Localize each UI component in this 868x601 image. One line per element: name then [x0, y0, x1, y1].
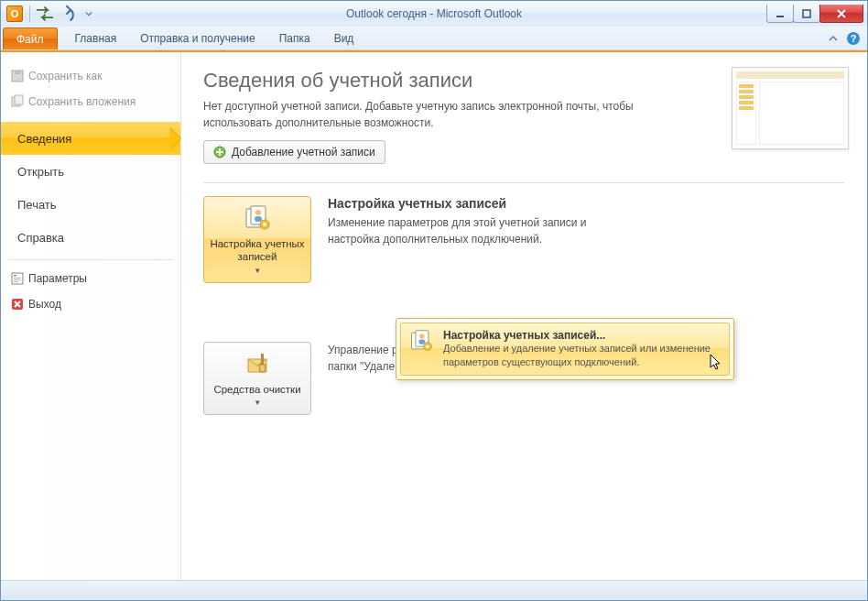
nav-label: Справка: [17, 231, 64, 245]
svg-rect-12: [14, 281, 18, 282]
ribbon-minimize-button[interactable]: [825, 30, 841, 47]
nav-print[interactable]: Печать: [1, 188, 180, 221]
attachments-icon: [10, 94, 25, 109]
ribbon: Файл Главная Отправка и получение Папка …: [1, 27, 867, 50]
chevron-down-icon: [85, 10, 92, 17]
svg-text:?: ?: [851, 33, 857, 44]
backstage-nav: Сохранить как Сохранить вложения Сведени…: [1, 52, 181, 580]
nav-open[interactable]: Открыть: [1, 155, 180, 188]
nav-label: Выход: [28, 298, 61, 311]
nav-help[interactable]: Справка: [1, 221, 180, 254]
plus-icon: [213, 146, 226, 158]
button-label: Добавление учетной записи: [232, 146, 375, 158]
close-icon: [836, 9, 847, 18]
section-title: Настройка учетных записей: [328, 196, 630, 211]
app-icon[interactable]: [5, 4, 25, 24]
backstage-page: Сведения об учетной записи Нет доступной…: [181, 52, 867, 580]
svg-rect-11: [14, 279, 21, 280]
divider: [203, 182, 845, 183]
dropdown-item-title: Настройка учетных записей...: [443, 329, 722, 342]
section-text: Настройка учетных записей Изменение пара…: [328, 196, 630, 283]
help-button[interactable]: ?: [845, 30, 862, 47]
undo-icon: [57, 4, 77, 24]
svg-point-26: [426, 345, 429, 348]
nav-label: Сохранить как: [28, 70, 102, 82]
svg-point-17: [255, 210, 261, 215]
close-button[interactable]: [819, 5, 863, 23]
chevron-down-icon: ▾: [255, 398, 260, 407]
titlebar: Outlook сегодня - Microsoft Outlook: [1, 1, 867, 27]
qat-undo-button[interactable]: [57, 4, 77, 24]
statusbar: [1, 580, 867, 600]
minimize-button[interactable]: [766, 5, 794, 23]
window-controls: [767, 5, 863, 23]
options-icon: [10, 271, 25, 286]
nav-label: Сведения: [17, 132, 71, 146]
account-settings-dropdown: Настройка учетных записей... Добавление …: [396, 318, 734, 380]
section-description: Изменение параметров для этой учетной за…: [328, 214, 630, 247]
nav-save-as: Сохранить как: [1, 63, 180, 89]
maximize-icon: [801, 9, 812, 18]
help-icon: ?: [846, 31, 861, 46]
dropdown-item-description: Добавление и удаление учетных записей ил…: [443, 342, 722, 369]
nav-save-attachments: Сохранить вложения: [1, 89, 180, 115]
nav-label: Открыть: [17, 165, 64, 179]
ribbon-tab-sendreceive[interactable]: Отправка и получение: [128, 27, 266, 49]
outlook-logo-icon: [6, 5, 23, 22]
svg-rect-5: [15, 71, 20, 74]
page-description: Нет доступной учетной записи. Добавьте у…: [203, 98, 634, 131]
svg-rect-7: [15, 95, 23, 104]
svg-point-23: [419, 333, 424, 338]
minimize-icon: [775, 9, 786, 18]
nav-label: Печать: [17, 198, 57, 212]
separator: [29, 5, 30, 22]
qat-send-receive-button[interactable]: [35, 4, 55, 24]
cleanup-tools-button[interactable]: Средства очистки ▾: [203, 342, 311, 415]
separator: [8, 259, 173, 260]
nav-exit[interactable]: Выход: [1, 291, 180, 317]
button-label: Настройка учетных записей: [210, 237, 305, 264]
svg-point-20: [263, 223, 266, 226]
save-as-icon: [10, 69, 25, 83]
file-tab[interactable]: Файл: [3, 27, 58, 49]
qat-customize-button[interactable]: [79, 4, 99, 24]
svg-rect-0: [776, 16, 784, 17]
svg-rect-18: [255, 216, 262, 222]
svg-rect-24: [418, 339, 425, 344]
window-title: Outlook сегодня - Microsoft Outlook: [1, 7, 867, 20]
cleanup-icon: [243, 350, 272, 379]
dropdown-item-account-settings[interactable]: Настройка учетных записей... Добавление …: [400, 322, 730, 376]
ribbon-tab-view[interactable]: Вид: [322, 27, 366, 49]
chevron-down-icon: ▾: [255, 266, 260, 275]
account-settings-icon: [408, 329, 434, 355]
section-account-settings: Настройка учетных записей ▾ Настройка уч…: [203, 196, 845, 283]
svg-rect-1: [803, 10, 810, 17]
send-receive-icon: [35, 4, 55, 24]
nav-options[interactable]: Параметры: [1, 266, 180, 291]
svg-rect-9: [14, 275, 16, 277]
chevron-up-icon: [828, 33, 839, 44]
backstage: Сохранить как Сохранить вложения Сведени…: [1, 50, 867, 580]
maximize-button[interactable]: [793, 5, 820, 23]
nav-label: Сохранить вложения: [28, 95, 136, 108]
app-window: Outlook сегодня - Microsoft Outlook Файл…: [0, 0, 868, 601]
nav-label: Параметры: [28, 272, 87, 285]
page-preview-thumbnail: [732, 67, 849, 149]
exit-icon: [10, 297, 25, 311]
button-label: Средства очистки: [213, 383, 300, 396]
add-account-button[interactable]: Добавление учетной записи: [203, 140, 385, 164]
quick-access-toolbar: [5, 4, 99, 24]
nav-info[interactable]: Сведения: [1, 122, 180, 155]
svg-rect-10: [14, 278, 21, 279]
ribbon-tab-folder[interactable]: Папка: [267, 27, 322, 49]
svg-rect-28: [261, 354, 264, 365]
ribbon-tab-home[interactable]: Главная: [63, 27, 129, 49]
account-settings-button[interactable]: Настройка учетных записей ▾: [203, 196, 311, 283]
account-settings-icon: [243, 204, 272, 234]
